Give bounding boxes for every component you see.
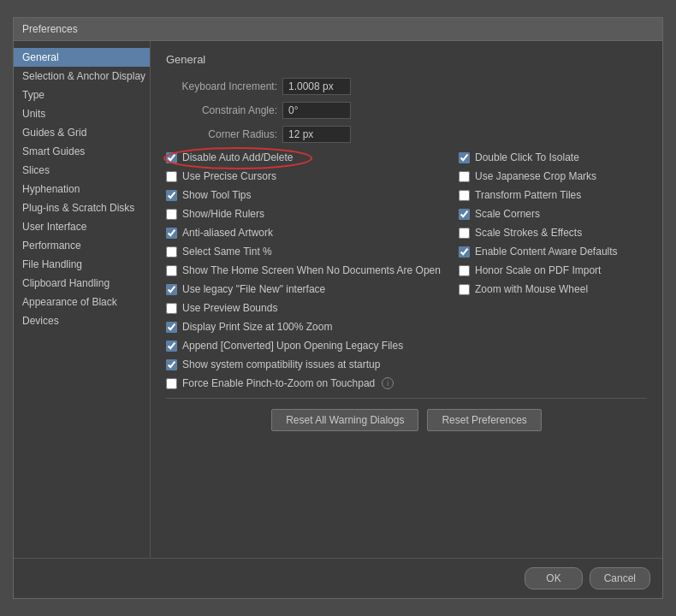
checkbox-precise-cursors-label: Use Precise Cursors [182,170,276,182]
checkbox-select-same-tint-label: Select Same Tint % [182,246,272,258]
checkbox-disable-auto-label: Disable Auto Add/Delete [182,151,293,163]
checkbox-home-screen[interactable]: Show The Home Screen When No Documents A… [166,264,442,276]
sidebar-item-selection-anchor[interactable]: Selection & Anchor Display [14,67,150,86]
sidebar-item-user-interface[interactable]: User Interface [14,217,150,236]
checkbox-show-tooltips[interactable]: Show Tool Tips [166,189,442,201]
checkbox-system-compat[interactable]: Show system compatibility issues at star… [166,358,442,370]
sidebar-item-slices[interactable]: Slices [14,161,150,180]
checkbox-print-size-zoom-input[interactable] [166,322,177,333]
checkbox-force-pinch-input[interactable] [166,378,177,389]
checkbox-preview-bounds-label: Use Preview Bounds [182,302,277,314]
checkbox-print-size-zoom[interactable]: Display Print Size at 100% Zoom [166,321,442,333]
sidebar-item-hyphenation[interactable]: Hyphenation [14,180,150,198]
checkbox-content-aware[interactable]: Enable Content Aware Defaults [459,246,647,258]
checkboxes-area: Disable Auto Add/Delete Use Precise Curs… [166,151,647,389]
pinch-zoom-info-icon[interactable]: i [382,377,394,389]
checkbox-show-tooltips-label: Show Tool Tips [182,189,252,201]
checkbox-legacy-file-new-input[interactable] [166,284,177,295]
sidebar-item-type[interactable]: Type [14,86,150,104]
section-title: General [166,53,647,66]
checkbox-scale-strokes-input[interactable] [459,228,470,239]
main-content: General Keyboard Increment: Constrain An… [151,41,662,558]
checkbox-honor-scale[interactable]: Honor Scale on PDF Import [459,264,647,276]
checkbox-legacy-file-new[interactable]: Use legacy "File New" interface [166,283,442,295]
ok-button[interactable]: OK [525,567,582,589]
checkbox-content-aware-label: Enable Content Aware Defaults [475,246,618,258]
checkbox-disable-auto-input[interactable] [166,152,177,163]
sidebar-item-plug-ins[interactable]: Plug-ins & Scratch Disks [14,198,150,217]
sidebar-item-devices[interactable]: Devices [14,311,150,330]
checkbox-scale-corners-label: Scale Corners [475,208,540,220]
preferences-dialog: Preferences General Selection & Anchor D… [13,17,663,599]
corner-radius-row: Corner Radius: [166,126,647,143]
checkbox-double-click-isolate-label: Double Click To Isolate [475,151,579,163]
checkbox-home-screen-input[interactable] [166,265,177,276]
dialog-title: Preferences [22,23,78,35]
checkbox-honor-scale-label: Honor Scale on PDF Import [475,264,601,276]
checkbox-disable-auto[interactable]: Disable Auto Add/Delete [166,151,442,163]
checkbox-system-compat-input[interactable] [166,359,177,370]
constrain-angle-input[interactable] [282,102,351,119]
sidebar-item-general[interactable]: General [14,48,150,67]
sidebar-item-smart-guides[interactable]: Smart Guides [14,142,150,161]
checkbox-select-same-tint[interactable]: Select Same Tint % [166,246,442,258]
checkbox-select-same-tint-input[interactable] [166,246,177,258]
sidebar-item-appearance[interactable]: Appearance of Black [14,293,150,311]
bottom-buttons: Reset All Warning Dialogs Reset Preferen… [166,398,647,441]
checkbox-home-screen-label: Show The Home Screen When No Documents A… [182,264,441,276]
checkbox-zoom-mouse-wheel-label: Zoom with Mouse Wheel [475,283,588,295]
checkbox-content-aware-input[interactable] [459,246,470,258]
checkbox-double-click-isolate[interactable]: Double Click To Isolate [459,151,647,163]
checkbox-append-converted[interactable]: Append [Converted] Upon Opening Legacy F… [166,340,442,352]
checkbox-scale-corners[interactable]: Scale Corners [459,208,647,220]
checkbox-zoom-mouse-wheel[interactable]: Zoom with Mouse Wheel [459,283,647,295]
dialog-body: General Selection & Anchor Display Type … [14,41,662,558]
checkbox-transform-pattern-input[interactable] [459,190,470,201]
checkbox-preview-bounds-input[interactable] [166,303,177,314]
checkbox-scale-strokes-label: Scale Strokes & Effects [475,227,582,239]
sidebar-item-guides-grid[interactable]: Guides & Grid [14,123,150,142]
checkbox-force-pinch-label: Force Enable Pinch-to-Zoom on Touchpad [182,377,375,389]
right-checkbox-col: Double Click To Isolate Use Japanese Cro… [459,151,647,389]
dialog-footer: OK Cancel [14,558,662,598]
checkbox-scale-corners-input[interactable] [459,209,470,220]
checkbox-append-converted-input[interactable] [166,341,177,352]
checkbox-transform-pattern[interactable]: Transform Pattern Tiles [459,189,647,201]
checkbox-double-click-isolate-input[interactable] [459,152,470,163]
corner-radius-input[interactable] [282,126,351,143]
checkbox-show-hide-rulers-label: Show/Hide Rulers [182,208,264,220]
keyboard-increment-row: Keyboard Increment: [166,78,647,95]
keyboard-increment-label: Keyboard Increment: [166,80,277,92]
checkbox-honor-scale-input[interactable] [459,265,470,276]
checkbox-system-compat-label: Show system compatibility issues at star… [182,358,380,370]
checkbox-anti-aliased[interactable]: Anti-aliased Artwork [166,227,442,239]
cancel-button[interactable]: Cancel [590,567,650,589]
reset-prefs-button[interactable]: Reset Preferences [427,409,541,431]
sidebar-item-units[interactable]: Units [14,104,150,123]
checkbox-japanese-crop[interactable]: Use Japanese Crop Marks [459,170,647,182]
sidebar-item-file-handling[interactable]: File Handling [14,255,150,274]
checkbox-japanese-crop-label: Use Japanese Crop Marks [475,170,596,182]
checkbox-precise-cursors-input[interactable] [166,171,177,182]
keyboard-increment-input[interactable] [282,78,351,95]
checkbox-anti-aliased-input[interactable] [166,228,177,239]
constrain-angle-row: Constrain Angle: [166,102,647,119]
checkbox-show-hide-rulers[interactable]: Show/Hide Rulers [166,208,442,220]
checkbox-japanese-crop-input[interactable] [459,171,470,182]
checkbox-scale-strokes[interactable]: Scale Strokes & Effects [459,227,647,239]
checkbox-print-size-zoom-label: Display Print Size at 100% Zoom [182,321,332,333]
title-bar: Preferences [14,18,662,41]
corner-radius-label: Corner Radius: [166,128,277,140]
checkbox-anti-aliased-label: Anti-aliased Artwork [182,227,273,239]
checkbox-zoom-mouse-wheel-input[interactable] [459,284,470,295]
checkbox-preview-bounds[interactable]: Use Preview Bounds [166,302,442,314]
sidebar-item-performance[interactable]: Performance [14,236,150,255]
checkbox-legacy-file-new-label: Use legacy "File New" interface [182,283,325,295]
checkbox-show-hide-rulers-input[interactable] [166,209,177,220]
checkbox-precise-cursors[interactable]: Use Precise Cursors [166,170,442,182]
checkbox-show-tooltips-input[interactable] [166,190,177,201]
checkbox-force-pinch[interactable]: Force Enable Pinch-to-Zoom on Touchpad i [166,377,442,389]
sidebar-item-clipboard[interactable]: Clipboard Handling [14,274,150,293]
reset-warnings-button[interactable]: Reset All Warning Dialogs [271,409,418,431]
checkbox-append-converted-label: Append [Converted] Upon Opening Legacy F… [182,340,403,352]
